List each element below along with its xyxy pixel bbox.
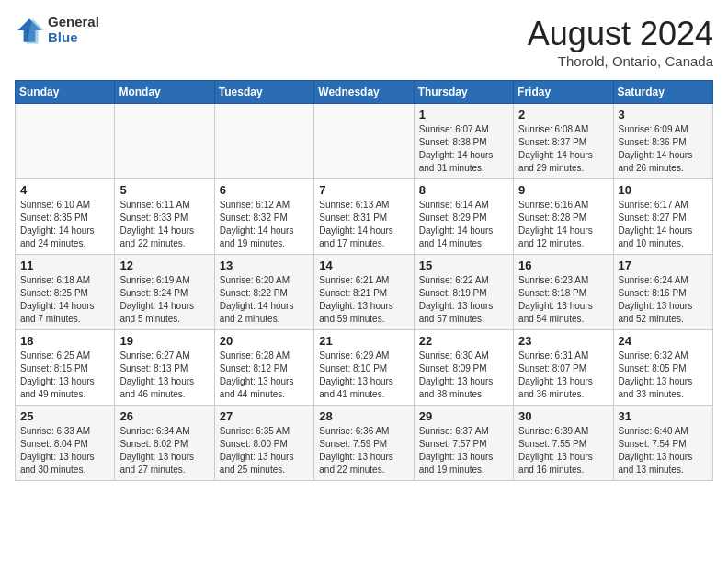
calendar-cell: 18Sunrise: 6:25 AM Sunset: 8:15 PM Dayli… [16, 330, 115, 406]
calendar-cell: 28Sunrise: 6:36 AM Sunset: 7:59 PM Dayli… [314, 406, 414, 481]
weekday-header-wednesday: Wednesday [314, 81, 414, 104]
calendar-cell: 4Sunrise: 6:10 AM Sunset: 8:35 PM Daylig… [16, 179, 115, 255]
calendar-cell: 2Sunrise: 6:08 AM Sunset: 8:37 PM Daylig… [514, 104, 613, 179]
day-info: Sunrise: 6:39 AM Sunset: 7:55 PM Dayligh… [518, 425, 608, 477]
calendar-cell: 13Sunrise: 6:20 AM Sunset: 8:22 PM Dayli… [214, 255, 313, 330]
calendar-cell [115, 104, 214, 179]
calendar-cell: 10Sunrise: 6:17 AM Sunset: 8:27 PM Dayli… [613, 179, 712, 255]
day-number: 7 [319, 183, 408, 197]
day-info: Sunrise: 6:30 AM Sunset: 8:09 PM Dayligh… [419, 350, 508, 401]
weekday-header-row: SundayMondayTuesdayWednesdayThursdayFrid… [16, 81, 713, 104]
day-info: Sunrise: 6:19 AM Sunset: 8:24 PM Dayligh… [119, 274, 209, 326]
logo: General Blue [15, 15, 99, 45]
calendar-cell: 11Sunrise: 6:18 AM Sunset: 8:25 PM Dayli… [16, 255, 115, 330]
day-info: Sunrise: 6:35 AM Sunset: 8:00 PM Dayligh… [220, 425, 309, 477]
calendar-cell: 6Sunrise: 6:12 AM Sunset: 8:32 PM Daylig… [214, 179, 313, 255]
day-number: 20 [220, 334, 309, 348]
day-number: 14 [319, 259, 408, 272]
day-info: Sunrise: 6:36 AM Sunset: 7:59 PM Dayligh… [319, 425, 408, 477]
weekday-header-friday: Friday [514, 81, 613, 104]
day-info: Sunrise: 6:32 AM Sunset: 8:05 PM Dayligh… [619, 350, 708, 401]
calendar-cell: 31Sunrise: 6:40 AM Sunset: 7:54 PM Dayli… [613, 406, 712, 481]
logo-blue: Blue [48, 30, 99, 46]
day-number: 30 [518, 409, 608, 423]
day-number: 6 [220, 183, 309, 197]
calendar-cell: 12Sunrise: 6:19 AM Sunset: 8:24 PM Dayli… [115, 255, 214, 330]
calendar-cell: 15Sunrise: 6:22 AM Sunset: 8:19 PM Dayli… [414, 255, 513, 330]
day-info: Sunrise: 6:37 AM Sunset: 7:57 PM Dayligh… [419, 425, 508, 477]
calendar-week-row: 25Sunrise: 6:33 AM Sunset: 8:04 PM Dayli… [16, 406, 713, 481]
calendar-cell: 22Sunrise: 6:30 AM Sunset: 8:09 PM Dayli… [414, 330, 513, 406]
day-number: 18 [20, 334, 109, 348]
day-number: 17 [619, 259, 708, 272]
day-info: Sunrise: 6:40 AM Sunset: 7:54 PM Dayligh… [619, 425, 708, 477]
day-number: 8 [419, 183, 508, 197]
calendar-cell: 3Sunrise: 6:09 AM Sunset: 8:36 PM Daylig… [613, 104, 712, 179]
day-info: Sunrise: 6:17 AM Sunset: 8:27 PM Dayligh… [619, 199, 708, 250]
day-number: 2 [518, 108, 608, 121]
weekday-header-sunday: Sunday [16, 81, 115, 104]
calendar-cell [214, 104, 313, 179]
calendar-week-row: 4Sunrise: 6:10 AM Sunset: 8:35 PM Daylig… [16, 179, 713, 255]
day-number: 13 [220, 259, 309, 272]
calendar-cell: 17Sunrise: 6:24 AM Sunset: 8:16 PM Dayli… [613, 255, 712, 330]
location-subtitle: Thorold, Ontario, Canada [528, 53, 713, 69]
calendar-cell: 24Sunrise: 6:32 AM Sunset: 8:05 PM Dayli… [613, 330, 712, 406]
day-info: Sunrise: 6:13 AM Sunset: 8:31 PM Dayligh… [319, 199, 408, 250]
day-info: Sunrise: 6:12 AM Sunset: 8:32 PM Dayligh… [220, 199, 309, 250]
day-number: 4 [20, 183, 109, 197]
day-info: Sunrise: 6:21 AM Sunset: 8:21 PM Dayligh… [319, 274, 408, 326]
day-info: Sunrise: 6:29 AM Sunset: 8:10 PM Dayligh… [319, 350, 408, 401]
weekday-header-tuesday: Tuesday [214, 81, 313, 104]
day-number: 12 [119, 259, 209, 272]
day-number: 5 [119, 183, 209, 197]
day-info: Sunrise: 6:28 AM Sunset: 8:12 PM Dayligh… [220, 350, 309, 401]
day-info: Sunrise: 6:27 AM Sunset: 8:13 PM Dayligh… [119, 350, 209, 401]
day-info: Sunrise: 6:20 AM Sunset: 8:22 PM Dayligh… [220, 274, 309, 326]
calendar-cell: 5Sunrise: 6:11 AM Sunset: 8:33 PM Daylig… [115, 179, 214, 255]
calendar-cell: 26Sunrise: 6:34 AM Sunset: 8:02 PM Dayli… [115, 406, 214, 481]
logo-icon [15, 16, 44, 45]
calendar-cell: 7Sunrise: 6:13 AM Sunset: 8:31 PM Daylig… [314, 179, 414, 255]
calendar-cell: 21Sunrise: 6:29 AM Sunset: 8:10 PM Dayli… [314, 330, 414, 406]
day-number: 11 [20, 259, 109, 272]
day-info: Sunrise: 6:08 AM Sunset: 8:37 PM Dayligh… [518, 123, 608, 175]
weekday-header-thursday: Thursday [414, 81, 513, 104]
day-info: Sunrise: 6:11 AM Sunset: 8:33 PM Dayligh… [119, 199, 209, 250]
day-number: 25 [20, 409, 109, 423]
calendar-week-row: 18Sunrise: 6:25 AM Sunset: 8:15 PM Dayli… [16, 330, 713, 406]
calendar-cell: 9Sunrise: 6:16 AM Sunset: 8:28 PM Daylig… [514, 179, 613, 255]
calendar-cell: 23Sunrise: 6:31 AM Sunset: 8:07 PM Dayli… [514, 330, 613, 406]
day-number: 24 [619, 334, 708, 348]
day-info: Sunrise: 6:34 AM Sunset: 8:02 PM Dayligh… [119, 425, 209, 477]
day-info: Sunrise: 6:10 AM Sunset: 8:35 PM Dayligh… [20, 199, 109, 250]
logo-general: General [48, 15, 99, 30]
day-number: 16 [518, 259, 608, 272]
weekday-header-saturday: Saturday [613, 81, 712, 104]
calendar-table: SundayMondayTuesdayWednesdayThursdayFrid… [15, 80, 713, 481]
day-number: 26 [119, 409, 209, 423]
day-info: Sunrise: 6:07 AM Sunset: 8:38 PM Dayligh… [419, 123, 508, 175]
logo-text: General Blue [48, 15, 99, 45]
calendar-cell [314, 104, 414, 179]
day-number: 28 [319, 409, 408, 423]
day-info: Sunrise: 6:18 AM Sunset: 8:25 PM Dayligh… [20, 274, 109, 326]
month-year-title: August 2024 [528, 15, 713, 53]
day-number: 29 [419, 409, 508, 423]
calendar-cell: 14Sunrise: 6:21 AM Sunset: 8:21 PM Dayli… [314, 255, 414, 330]
calendar-cell: 19Sunrise: 6:27 AM Sunset: 8:13 PM Dayli… [115, 330, 214, 406]
day-info: Sunrise: 6:22 AM Sunset: 8:19 PM Dayligh… [419, 274, 508, 326]
day-number: 1 [419, 108, 508, 121]
day-info: Sunrise: 6:24 AM Sunset: 8:16 PM Dayligh… [619, 274, 708, 326]
calendar-cell: 27Sunrise: 6:35 AM Sunset: 8:00 PM Dayli… [214, 406, 313, 481]
day-info: Sunrise: 6:14 AM Sunset: 8:29 PM Dayligh… [419, 199, 508, 250]
calendar-cell: 8Sunrise: 6:14 AM Sunset: 8:29 PM Daylig… [414, 179, 513, 255]
calendar-cell: 25Sunrise: 6:33 AM Sunset: 8:04 PM Dayli… [16, 406, 115, 481]
weekday-header-monday: Monday [115, 81, 214, 104]
calendar-header: SundayMondayTuesdayWednesdayThursdayFrid… [16, 81, 713, 104]
page-header: General Blue August 2024 Thorold, Ontari… [15, 15, 713, 69]
calendar-cell: 29Sunrise: 6:37 AM Sunset: 7:57 PM Dayli… [414, 406, 513, 481]
day-number: 3 [619, 108, 708, 121]
day-info: Sunrise: 6:31 AM Sunset: 8:07 PM Dayligh… [518, 350, 608, 401]
day-info: Sunrise: 6:09 AM Sunset: 8:36 PM Dayligh… [619, 123, 708, 175]
